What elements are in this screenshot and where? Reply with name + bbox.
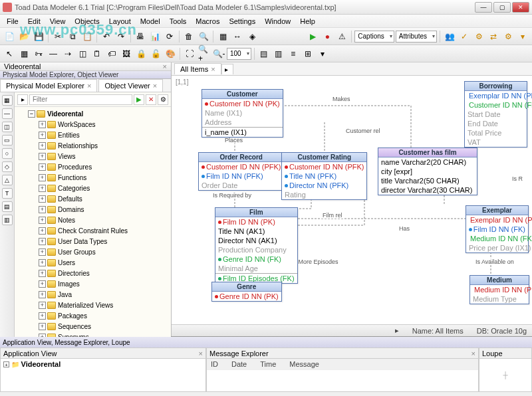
entity-genre[interactable]: GenreGenre ID NN (PK)	[211, 282, 282, 302]
copy-icon[interactable]: ⧉	[66, 30, 79, 43]
entity-row[interactable]: Customer ID NN (PFK)	[282, 162, 366, 171]
gen-icon[interactable]: ⚙	[472, 30, 485, 43]
appview-item[interactable]: Videorental	[21, 360, 61, 368]
menu-window[interactable]: Window	[261, 16, 295, 27]
entity-row[interactable]: Customer ID NN (PFK)	[199, 162, 283, 171]
lock-icon[interactable]: 🔒	[134, 47, 148, 60]
sidetool-9-icon[interactable]: ▤	[2, 201, 13, 212]
expand-icon[interactable]: +	[39, 323, 46, 330]
expand-icon[interactable]: −	[28, 110, 35, 118]
entity-row[interactable]: Address	[202, 118, 283, 127]
menu-view[interactable]: View	[46, 16, 70, 27]
diagram-canvas[interactable]: [1,1] Makes P	[172, 76, 532, 324]
tree-item-label[interactable]: Sequences	[58, 323, 91, 330]
tree-item-label[interactable]: Notes	[58, 217, 75, 224]
tree-item-label[interactable]: Materialized Views	[58, 302, 113, 309]
layer2-icon[interactable]: ▥	[272, 47, 285, 60]
new-tab-button[interactable]: ▸	[221, 64, 233, 74]
entity-row[interactable]: Total Price	[465, 128, 527, 138]
fitwin-icon[interactable]: ⛶	[183, 47, 196, 60]
undo-icon[interactable]: ↶	[100, 30, 113, 43]
expand-icon[interactable]: +	[39, 163, 46, 171]
tree-root[interactable]: Videorental	[47, 110, 83, 118]
entity-borrowing[interactable]: BorrowingExemplar ID NN (PFK)Customer ID…	[464, 81, 527, 148]
entity-row[interactable]: Director NN (AK1)	[215, 236, 297, 245]
entity-row[interactable]: VAT	[465, 138, 527, 147]
link2-icon[interactable]: ⇢	[61, 47, 74, 60]
zoom-dropdown[interactable]: 100	[227, 48, 251, 60]
filter-collapse-icon[interactable]: ▸	[17, 94, 28, 105]
entity-row[interactable]: Name (IX1)	[202, 108, 283, 118]
menu-layout[interactable]: Layout	[105, 16, 135, 27]
zoomout-icon[interactable]: 🔍-	[212, 47, 225, 60]
expand-icon[interactable]: +	[39, 206, 46, 213]
sidetool-7-icon[interactable]: △	[2, 175, 13, 185]
warn-icon[interactable]: ⚠	[335, 30, 348, 43]
tree-item-label[interactable]: Categories	[58, 185, 90, 192]
pointer-icon[interactable]: ↖	[3, 47, 16, 60]
entity-row[interactable]: Minimal Age	[215, 264, 297, 273]
search-icon[interactable]: 🔍	[197, 30, 210, 43]
expand-icon[interactable]: +	[39, 174, 46, 181]
print-icon[interactable]: 🖶	[134, 30, 147, 43]
more-icon[interactable]: ▾	[516, 30, 529, 43]
menu-macros[interactable]: Macros	[192, 16, 223, 27]
snap-icon[interactable]: ⊞	[301, 47, 315, 60]
tree-item-label[interactable]: User Groups	[58, 248, 96, 256]
canvas-tab[interactable]: All Items×	[174, 63, 221, 74]
entity-row[interactable]: Production Company	[215, 245, 297, 254]
expand-icon[interactable]: +	[39, 259, 46, 266]
sidetool-6-icon[interactable]: ◇	[2, 161, 13, 172]
entity-row[interactable]: i_name (IX1)	[202, 127, 283, 137]
tree-item-label[interactable]: Images	[58, 280, 80, 288]
sidetool-10-icon[interactable]: ▥	[2, 215, 13, 225]
close-button[interactable]: ✕	[512, 2, 529, 13]
menu-file[interactable]: File	[3, 16, 23, 27]
new-icon[interactable]: 📄	[3, 30, 16, 43]
expand-icon[interactable]: +	[39, 153, 46, 160]
expand-icon[interactable]: +	[39, 270, 46, 277]
entity-exemplar[interactable]: ExemplarExemplar ID NN (PK)Film ID NN (F…	[466, 205, 529, 253]
filter-opts-icon[interactable]: ⚙	[158, 94, 168, 105]
tree-item-label[interactable]: Procedures	[58, 163, 92, 171]
check-icon[interactable]: ✓	[458, 30, 471, 43]
expand-icon[interactable]: +	[39, 291, 46, 298]
gear-icon[interactable]: ⚙	[501, 30, 515, 43]
filter-input[interactable]	[29, 94, 132, 105]
palette-icon[interactable]: 🎨	[164, 47, 177, 60]
dropdown-icon[interactable]: ▾	[316, 47, 329, 60]
viewent-icon[interactable]: ◫	[76, 47, 89, 60]
save-icon[interactable]: 💾	[32, 30, 45, 43]
redo-icon[interactable]: ↷	[114, 30, 128, 43]
entity-customer[interactable]: CustomerCustomer ID NN (PK)Name (IX1)Add…	[201, 89, 283, 138]
entity-rating[interactable]: Customer RatingCustomer ID NN (PFK)Title…	[281, 152, 367, 200]
tree-item-label[interactable]: Domains	[58, 206, 84, 213]
menu-model[interactable]: Model	[136, 16, 164, 27]
report-icon[interactable]: 📊	[148, 30, 162, 43]
entity-row[interactable]: Title NN (PFK)	[282, 171, 366, 181]
image-icon[interactable]: 🖼	[120, 47, 133, 60]
cut-icon[interactable]: ✂	[51, 30, 65, 43]
entity-row[interactable]: Medium ID NN (FK)	[466, 234, 528, 243]
attributes-dropdown[interactable]: Attributes	[396, 31, 437, 43]
menu-help[interactable]: Help	[296, 16, 319, 27]
entity-row[interactable]: Genre ID NN (PK)	[212, 292, 281, 301]
loupe-tab[interactable]: Loupe	[482, 349, 503, 357]
tree-item-label[interactable]: Users	[58, 259, 75, 266]
sidetool-4-icon[interactable]: ▭	[2, 135, 13, 146]
entity-row[interactable]: director Varchar2(30 CHAR)	[378, 185, 477, 195]
entity-row[interactable]: Customer ID NN (FK)	[465, 100, 527, 110]
align-icon[interactable]: ≡	[287, 47, 300, 60]
doc-tab-close-icon[interactable]: ×	[163, 62, 167, 70]
sidetool-3-icon[interactable]: ◫	[2, 122, 13, 132]
open-icon[interactable]: 📂	[17, 30, 31, 43]
expand-icon[interactable]: +	[39, 142, 46, 149]
appview-tab[interactable]: Application View	[3, 349, 57, 357]
model-tree[interactable]: −Videorental +WorkSpaces+Entities+Relati…	[15, 107, 171, 365]
expand-icon[interactable]: +	[39, 280, 46, 288]
entity-row[interactable]: Genre ID NN (FK)	[215, 254, 297, 264]
entity-row[interactable]: Exemplar ID NN (PFK)	[465, 91, 527, 100]
entity-row[interactable]: title Varchar2(50 CHAR)	[378, 176, 477, 185]
tree-item-label[interactable]: Entities	[58, 132, 80, 139]
relation-icon[interactable]: ↔	[231, 30, 244, 43]
